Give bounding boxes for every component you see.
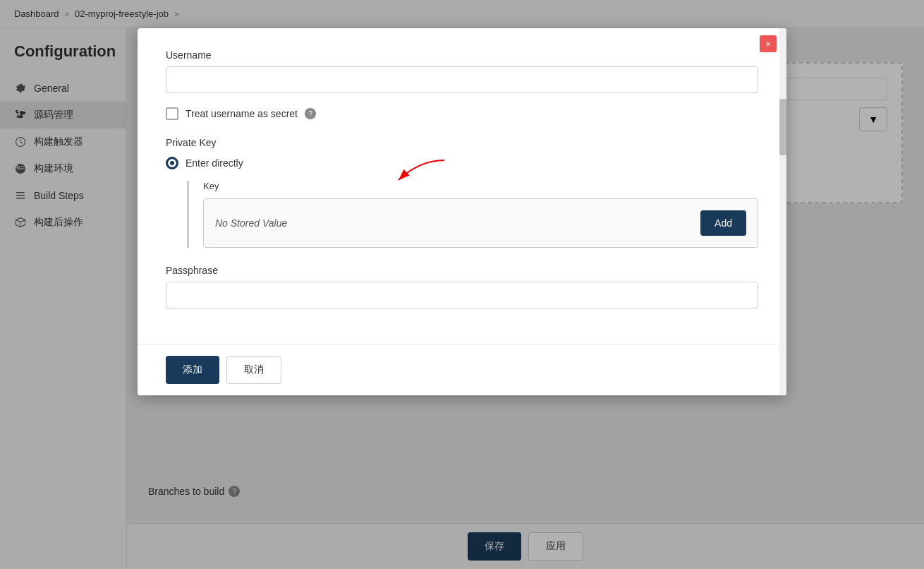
modal-footer: 添加 取消 bbox=[138, 344, 786, 395]
modal-close-button[interactable]: × bbox=[760, 35, 777, 52]
cancel-button[interactable]: 取消 bbox=[226, 356, 281, 384]
scroll-track bbox=[779, 28, 786, 395]
enter-directly-label: Enter directly bbox=[186, 157, 243, 169]
treat-secret-help-icon[interactable]: ? bbox=[305, 108, 316, 119]
add-key-button[interactable]: Add bbox=[700, 210, 746, 236]
passphrase-group: Passphrase bbox=[166, 265, 758, 309]
enter-directly-row: Enter directly bbox=[166, 157, 758, 169]
passphrase-label: Passphrase bbox=[166, 265, 758, 276]
key-label: Key bbox=[203, 181, 758, 191]
username-label: Username bbox=[166, 49, 758, 61]
passphrase-input[interactable] bbox=[166, 282, 758, 309]
key-section: Key No Stored Value Add bbox=[187, 181, 758, 248]
treat-secret-label: Treat username as secret bbox=[186, 108, 298, 119]
modal-dialog: × Username Treat username as secret ? Pr… bbox=[138, 28, 786, 395]
treat-secret-row: Treat username as secret ? bbox=[166, 107, 758, 120]
scroll-thumb[interactable] bbox=[779, 99, 786, 155]
username-input[interactable] bbox=[166, 66, 758, 93]
treat-secret-checkbox[interactable] bbox=[166, 107, 178, 120]
private-key-group: Private Key Enter directly bbox=[166, 137, 758, 248]
modal-body: Username Treat username as secret ? Priv… bbox=[138, 28, 786, 344]
username-group: Username bbox=[166, 49, 758, 93]
enter-directly-radio[interactable] bbox=[166, 157, 178, 169]
no-stored-label: No Stored Value bbox=[215, 217, 287, 229]
submit-button[interactable]: 添加 bbox=[166, 356, 219, 384]
close-icon: × bbox=[765, 38, 771, 49]
key-value-box: No Stored Value Add bbox=[203, 198, 758, 248]
private-key-label: Private Key bbox=[166, 137, 758, 148]
modal-overlay: × Username Treat username as secret ? Pr… bbox=[0, 0, 924, 569]
